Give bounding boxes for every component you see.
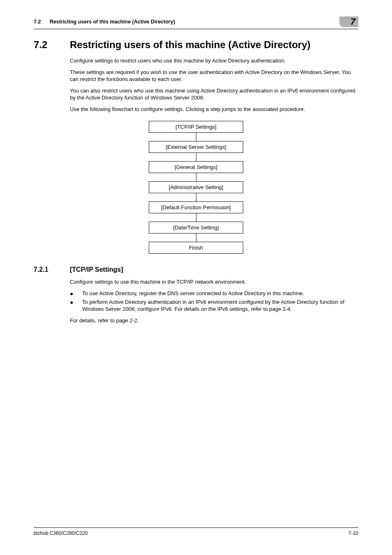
flow-connector: [196, 213, 196, 222]
subsection-heading-number: 7.2.1: [34, 266, 70, 273]
flow-connector: [196, 234, 196, 242]
header-section-number: 7.2: [34, 19, 41, 25]
flow-step-finish: Finish: [149, 242, 243, 254]
chapter-number: 7: [350, 16, 355, 27]
section-heading: 7.2 Restricting users of this machine (A…: [34, 39, 358, 51]
list-item: ● To perform Active Directory authentica…: [70, 298, 358, 313]
flow-connector: [196, 193, 196, 201]
flow-connector: [196, 153, 196, 161]
bullet-icon: ●: [70, 290, 82, 298]
flow-step-tcpip[interactable]: [TCP/IP Settings]: [149, 121, 243, 133]
bullet-icon: ●: [70, 298, 82, 313]
footer-model: bizhub C360/C280/C220: [34, 530, 88, 536]
subsection-paragraph-2: For details, refer to page 2-2.: [70, 317, 358, 324]
intro-paragraph-4: Use the following flowchart to configure…: [70, 106, 358, 113]
subsection-paragraph-1: Configure settings to use this machine i…: [70, 278, 358, 286]
chapter-badge: 7: [339, 16, 358, 27]
section-heading-number: 7.2: [34, 39, 70, 51]
bullet-list: ● To use Active Directory, register the …: [70, 290, 358, 313]
section-heading-title: Restricting users of this machine (Activ…: [70, 39, 311, 51]
footer-page: 7-10: [348, 530, 358, 536]
bullet-text: To perform Active Directory authenticati…: [82, 298, 358, 313]
intro-paragraph-1: Configure settings to restrict users who…: [70, 57, 358, 65]
flowchart: [TCP/IP Settings] [External Server Setti…: [34, 121, 358, 254]
flow-step-default-function[interactable]: [Default Function Permission]: [149, 201, 243, 213]
flow-step-administrative[interactable]: [Administrative Setting]: [149, 181, 243, 193]
list-item: ● To use Active Directory, register the …: [70, 290, 358, 298]
flow-step-datetime[interactable]: [Date/Time Setting]: [149, 222, 243, 234]
intro-paragraph-3: You can also restrict users who use this…: [70, 87, 358, 102]
flow-step-general[interactable]: [General Settings]: [149, 161, 243, 173]
subsection-heading-title: [TCP/IP Settings]: [70, 266, 123, 273]
flow-connector: [196, 173, 196, 181]
intro-paragraph-2: These settings are required if you wish …: [70, 69, 358, 83]
page-footer: bizhub C360/C280/C220 7-10: [34, 527, 358, 536]
flow-step-external-server[interactable]: [External Server Settings]: [149, 141, 243, 153]
bullet-text: To use Active Directory, register the DN…: [82, 290, 358, 298]
header-left: 7.2 Restricting users of this machine (A…: [34, 19, 175, 25]
subsection-heading: 7.2.1 [TCP/IP Settings]: [34, 266, 358, 273]
page-header: 7.2 Restricting users of this machine (A…: [34, 16, 358, 29]
flow-connector: [196, 133, 196, 141]
header-section-title: Restricting users of this machine (Activ…: [50, 19, 175, 25]
